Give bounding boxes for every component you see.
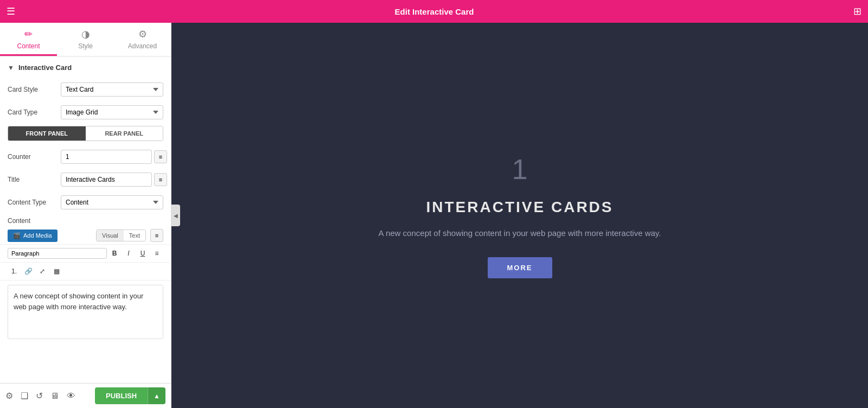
ordered-list-button[interactable]: 1. (8, 265, 21, 278)
view-tabs: Visual Text (96, 229, 146, 241)
bottom-bar: ⚙ ❑ ↺ 🖥 👁 PUBLISH ▲ (0, 383, 171, 408)
responsive-icon[interactable]: 🖥 (50, 391, 59, 401)
editor-tabs: ✏ Content ◑ Style ⚙ Advanced (0, 23, 171, 57)
preview-content: 1 INTERACTIVE CARDS A new concept of sho… (357, 131, 683, 300)
menu-icon: ☰ (7, 5, 15, 17)
publish-button[interactable]: PUBLISH (95, 387, 148, 404)
style-icon: ◑ (81, 28, 90, 40)
content-type-row: Content Type Content Template Media (0, 191, 171, 214)
link-button[interactable]: 🔗 (22, 265, 35, 278)
add-media-button[interactable]: 🎬 Add Media (8, 229, 58, 242)
panel-switch: FRONT PANEL REAR PANEL (8, 126, 163, 141)
card-type-select[interactable]: Image Grid Flip Card Hover Card (61, 105, 163, 119)
counter-control: ≡ (61, 150, 167, 164)
tab-advanced[interactable]: ⚙ Advanced (114, 23, 171, 56)
fullscreen-button[interactable]: ⤢ (36, 265, 49, 278)
counter-input[interactable] (61, 150, 152, 164)
paragraph-select[interactable]: Paragraph Heading 1 Heading 2 Heading 3 (8, 248, 107, 259)
preview-area: ◀ 1 INTERACTIVE CARDS A new concept of s… (171, 23, 868, 408)
publish-group: PUBLISH ▲ (95, 387, 165, 404)
card-type-label: Card Type (8, 109, 56, 116)
card-style-select[interactable]: Text Card Image Card Icon Card (61, 82, 163, 97)
text-tab[interactable]: Text (124, 230, 145, 241)
preview-counter: 1 (379, 153, 661, 186)
layers-icon[interactable]: ❑ (21, 391, 28, 401)
main-layout: ✏ Content ◑ Style ⚙ Advanced ▼ Interacti… (0, 23, 868, 408)
add-media-icon: 🎬 (13, 232, 21, 239)
history-icon[interactable]: ↺ (36, 391, 43, 401)
preview-description: A new concept of showing content in your… (379, 227, 661, 240)
preview-more-button[interactable]: MORE (488, 257, 552, 278)
publish-arrow-button[interactable]: ▲ (148, 387, 165, 404)
counter-row: Counter ≡ (0, 145, 171, 168)
tab-style-label: Style (78, 42, 93, 50)
bold-button[interactable]: B (108, 247, 121, 260)
visual-tab[interactable]: Visual (97, 230, 124, 241)
editor-content: A new concept of showing content in your… (14, 292, 143, 311)
top-bar: ☰ Edit Interactive Card ⊞ (0, 0, 868, 23)
tab-content-label: Content (17, 42, 40, 50)
content-type-label: Content Type (8, 199, 56, 206)
tab-advanced-label: Advanced (128, 42, 157, 50)
card-style-row: Card Style Text Card Image Card Icon Car… (0, 78, 171, 101)
panel-content: ▼ Interactive Card Card Style Text Card … (0, 57, 171, 383)
card-style-label: Card Style (8, 86, 56, 93)
collapse-handle[interactable]: ◀ (171, 205, 180, 226)
title-options-btn[interactable]: ≡ (154, 173, 167, 186)
title-label: Title (8, 176, 56, 183)
editor-options-btn[interactable]: ≡ (150, 229, 163, 242)
card-style-control: Text Card Image Card Icon Card (61, 82, 163, 97)
title-input[interactable] (61, 173, 152, 187)
card-type-row: Card Type Image Grid Flip Card Hover Car… (0, 101, 171, 124)
underline-button[interactable]: U (136, 247, 149, 260)
title-control: ≡ (61, 173, 167, 187)
add-media-label: Add Media (23, 232, 52, 239)
preview-title: INTERACTIVE CARDS (379, 199, 661, 216)
view-controls: Visual Text ≡ (96, 229, 163, 242)
tab-style[interactable]: ◑ Style (57, 23, 114, 56)
left-panel: ✏ Content ◑ Style ⚙ Advanced ▼ Interacti… (0, 23, 171, 408)
section-title: Interactive Card (18, 63, 72, 72)
content-type-select[interactable]: Content Template Media (61, 195, 163, 209)
tab-content[interactable]: ✏ Content (0, 23, 57, 56)
grid-button[interactable]: ⊞ (853, 5, 861, 17)
rear-panel-btn[interactable]: REAR PANEL (86, 126, 163, 141)
list-button[interactable]: ≡ (150, 247, 163, 260)
editor-format-bar: Paragraph Heading 1 Heading 2 Heading 3 … (0, 244, 171, 263)
preview-icon[interactable]: 👁 (67, 391, 75, 401)
card-type-control: Image Grid Flip Card Hover Card (61, 105, 163, 119)
settings-icon[interactable]: ⚙ (5, 391, 13, 401)
section-arrow: ▼ (8, 64, 14, 72)
content-label: Content (0, 214, 171, 227)
editor-tools-row: 1. 🔗 ⤢ ▦ (0, 263, 171, 280)
section-header[interactable]: ▼ Interactive Card (0, 57, 171, 78)
front-panel-btn[interactable]: FRONT PANEL (8, 126, 86, 141)
table-button[interactable]: ▦ (50, 265, 63, 278)
grid-icon: ⊞ (853, 5, 861, 17)
content-type-control: Content Template Media (61, 195, 163, 209)
page-title: Edit Interactive Card (395, 7, 474, 16)
editor-area[interactable]: A new concept of showing content in your… (8, 285, 163, 339)
content-icon: ✏ (24, 28, 33, 40)
menu-button[interactable]: ☰ (7, 5, 15, 17)
counter-options-btn[interactable]: ≡ (154, 150, 167, 163)
counter-label: Counter (8, 153, 56, 161)
editor-toolbar-top: 🎬 Add Media Visual Text ≡ (0, 227, 171, 244)
bottom-icons: ⚙ ❑ ↺ 🖥 👁 (5, 391, 75, 401)
title-row: Title ≡ (0, 168, 171, 191)
italic-button[interactable]: I (122, 247, 135, 260)
advanced-icon: ⚙ (138, 28, 147, 40)
